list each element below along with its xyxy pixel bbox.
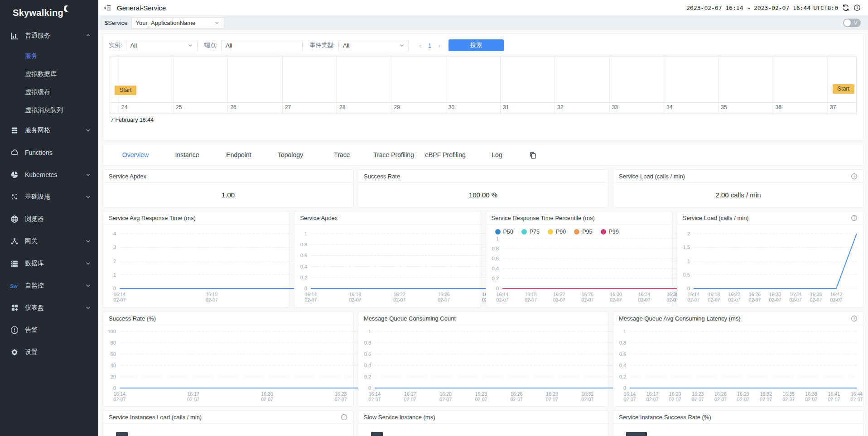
timeline-events-area[interactable]: StartStart [110, 57, 856, 103]
prev-page-icon[interactable]: ‹ [419, 42, 421, 49]
sidebar-item-label: 仪表盘 [25, 304, 44, 312]
sidebar-item-self-observability[interactable]: Sw自监控 [0, 274, 98, 297]
endpoint-input[interactable] [221, 40, 303, 51]
svg-text:0.6: 0.6 [619, 351, 626, 357]
card-header: Service Avg Response Time (ms) [103, 211, 289, 225]
skywalking-logo[interactable]: Skywalking [0, 0, 98, 24]
page-number[interactable]: 1 [428, 42, 431, 49]
tab-ebpf-profiling[interactable]: eBPF Profiling [420, 151, 471, 158]
sidebar-subitem-virtual-mq[interactable]: 虚拟消息队列 [0, 101, 98, 119]
time-range[interactable]: 2023-02-07 16:14 ~ 2023-02-07 16:44 [686, 5, 810, 11]
service-bar: $Service Your_ApplicationName V [98, 15, 868, 30]
event-type-select[interactable]: All [338, 40, 409, 51]
timeline-gridline [500, 103, 501, 114]
sidebar-item-database[interactable]: 数据库 [0, 252, 98, 274]
summary-card-success-rate: Success Rate100.00 % [358, 169, 608, 207]
svg-text:16:2202-07: 16:2202-07 [728, 292, 740, 302]
sidebar-item-functions[interactable]: Functions [0, 141, 98, 163]
tab-topology[interactable]: Topology [265, 151, 316, 158]
chart-canvas-success-rate[interactable]: 10080604020016:1402-0716:1702-0716:2002-… [103, 325, 353, 406]
sidebar-item-alerting[interactable]: 告警 [0, 319, 98, 341]
instance-select[interactable]: All [126, 40, 198, 51]
sidebar: Skywalking 普通服务服务虚拟数据库虚拟缓存虚拟消息队列服务网格Func… [0, 0, 98, 436]
sidebar-item-dashboards[interactable]: 仪表盘 [0, 297, 98, 319]
tab-instance[interactable]: Instance [161, 151, 213, 158]
timeline-tick-label: 26 [230, 104, 236, 110]
card-header: Message Queue Consuming Count [358, 312, 608, 325]
tab-overview[interactable]: Overview [110, 151, 161, 158]
legend-item-p90[interactable]: P90 [548, 229, 566, 235]
info-icon[interactable] [851, 173, 858, 180]
refresh-icon[interactable] [842, 4, 849, 11]
version-toggle[interactable]: V [843, 19, 861, 27]
summary-card-service-apdex: Service Apdex1.00 [103, 169, 353, 207]
info-icon[interactable] [851, 215, 858, 221]
card-header: Success Rate (%) [103, 312, 353, 325]
card-title: Service Load (calls / min) [619, 173, 685, 180]
card-header: Success Rate [358, 170, 608, 183]
sidebar-subitem-virtual-cache[interactable]: 虚拟缓存 [0, 83, 98, 101]
timeline-gridline [664, 103, 664, 114]
svg-text:1.5: 1.5 [683, 244, 690, 250]
chart-canvas-service-load[interactable]: 21.510.5016:1402-0716:1802-0716:2202-071… [677, 225, 863, 307]
sidebar-subitem-services[interactable]: 服务 [0, 47, 98, 65]
sidebar-item-settings[interactable]: 设置 [0, 341, 98, 363]
legend-dot-icon [521, 229, 527, 235]
timeline-tick-label: 27 [285, 104, 291, 110]
timeline-event-start[interactable]: Start [833, 84, 854, 94]
tab-trace[interactable]: Trace [316, 151, 368, 158]
svg-text:16:2202-07: 16:2202-07 [553, 292, 565, 302]
info-icon[interactable] [854, 4, 861, 11]
pagination: ‹ 1 › [419, 42, 440, 49]
svg-text:16:1802-07: 16:1802-07 [349, 292, 362, 302]
svg-text:0.6: 0.6 [364, 351, 371, 357]
event-timeline[interactable]: StartStart 2425262728293031323334353637 [110, 57, 857, 114]
page-title: General-Service [117, 4, 166, 12]
legend-item-p75[interactable]: P75 [521, 229, 540, 235]
timeline-event-start[interactable]: Start [115, 86, 136, 95]
bottom-card-body [613, 432, 863, 436]
chart-canvas-service-apdex[interactable]: 10.80.60.40.2016:1402-0716:1802-0716:220… [294, 225, 480, 307]
chart-canvas-mq-avg-consuming-latency[interactable]: 10.80.60.40.2016:1402-0716:1702-0716:200… [613, 325, 863, 406]
sidebar-item-kubernetes[interactable]: Kubernetes [0, 163, 98, 186]
tab-endpoint[interactable]: Endpoint [213, 151, 265, 158]
svg-text:0.6: 0.6 [300, 253, 307, 258]
sidebar-item-general-service[interactable]: 普通服务 [0, 24, 98, 47]
timeline-gridline [227, 103, 228, 114]
collapse-menu-icon[interactable] [104, 4, 111, 12]
next-page-icon[interactable]: › [438, 42, 440, 49]
tab-log[interactable]: Log [471, 151, 523, 158]
legend-label: P99 [609, 229, 619, 235]
sidebar-item-gateway[interactable]: 网关 [0, 230, 98, 252]
chart-canvas-service-response-time-percentile[interactable]: 10.80.60.40.2016:1402-0716:1802-0716:220… [486, 235, 672, 307]
copy-icon[interactable] [529, 151, 537, 159]
sidebar-item-infrastructure[interactable]: 基础设施 [0, 186, 98, 208]
legend-item-p99[interactable]: P99 [601, 229, 619, 235]
dots-icon [10, 192, 19, 201]
svg-text:16:3002-07: 16:3002-07 [769, 292, 781, 302]
chart-card-success-rate: Success Rate (%)10080604020016:1402-0716… [103, 311, 353, 407]
chart-card-service-avg-response-time: Service Avg Response Time (ms)4321016:14… [103, 211, 289, 308]
sidebar-item-label: 设置 [25, 348, 38, 356]
layers-icon [10, 126, 19, 135]
sidebar-item-browser[interactable]: 浏览器 [0, 208, 98, 230]
info-icon[interactable] [341, 414, 347, 421]
timezone[interactable]: UTC+8:0 [813, 5, 838, 11]
chart-canvas-mq-consuming-count[interactable]: 10.80.60.40.2016:1402-0716:1702-0716:200… [358, 325, 608, 406]
timeline-gridline [391, 103, 391, 114]
service-select[interactable]: Your_ApplicationName [131, 17, 224, 29]
legend-item-p50[interactable]: P50 [495, 229, 513, 235]
dashboard-content: 实例: All 端点: 事件类型: All ‹ 1 › 搜索 [98, 30, 868, 436]
tab-trace-profiling[interactable]: Trace Profiling [368, 151, 420, 158]
info-icon[interactable] [851, 315, 858, 322]
legend-item-p95[interactable]: P95 [574, 229, 592, 235]
card-title: Success Rate [364, 173, 400, 180]
sidebar-subitem-virtual-database[interactable]: 虚拟数据库 [0, 65, 98, 83]
timeline-tick-label: 28 [339, 104, 345, 110]
chart-canvas-service-avg-response-time[interactable]: 4321016:1402-0716:1802-0716:2202-0716:26… [103, 225, 289, 307]
timeline-tick-label: 24 [121, 104, 127, 110]
sidebar-item-service-mesh[interactable]: 服务网格 [0, 119, 98, 141]
search-button[interactable]: 搜索 [448, 39, 504, 51]
svg-text:16:3402-07: 16:3402-07 [638, 292, 650, 302]
card-header: Slow Service Instance (ms) [358, 411, 608, 424]
